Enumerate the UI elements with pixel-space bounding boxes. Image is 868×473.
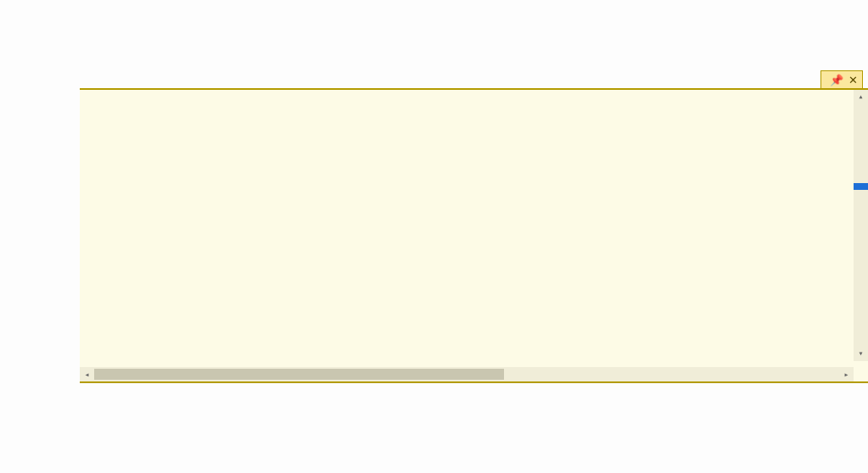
pin-icon[interactable]: 📌 — [830, 74, 842, 86]
peek-status-bar — [767, 367, 839, 381]
peek-overview-marker — [854, 183, 868, 190]
scroll-right-icon[interactable]: ▸ — [839, 370, 854, 380]
peek-window: 📌 ✕ ▴ ▾ ◂ ▸ — [80, 88, 868, 383]
peek-tab[interactable]: 📌 ✕ — [820, 70, 863, 89]
close-icon[interactable]: ✕ — [847, 74, 859, 86]
scroll-thumb[interactable] — [94, 369, 504, 380]
outer-editor[interactable]: 📌 ✕ ▴ ▾ ◂ ▸ — [0, 0, 868, 473]
peek-horizontal-scrollbar[interactable]: ◂ ▸ — [80, 367, 854, 381]
scroll-down-icon[interactable]: ▾ — [854, 347, 868, 361]
scroll-left-icon[interactable]: ◂ — [80, 370, 94, 380]
scroll-up-icon[interactable]: ▴ — [854, 90, 868, 104]
peek-vertical-scrollbar[interactable]: ▴ ▾ — [854, 90, 868, 361]
peek-editor[interactable] — [80, 90, 868, 361]
